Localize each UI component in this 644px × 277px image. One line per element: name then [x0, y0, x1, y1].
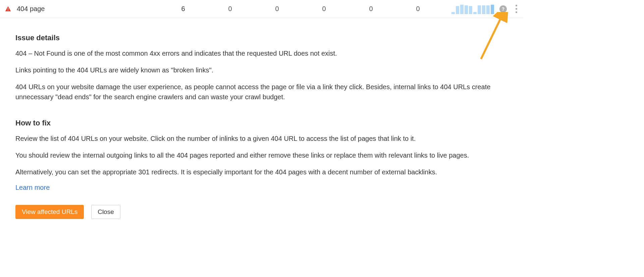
issue-header-row: 404 page 6 0 0 0 0 0 ?	[0, 0, 523, 18]
how-to-fix-title: How to fix	[15, 119, 508, 127]
count-col-5[interactable]: 0	[394, 5, 441, 13]
view-affected-urls-button[interactable]: View affected URLs	[15, 205, 84, 219]
issue-details-title: Issue details	[15, 34, 508, 42]
close-button[interactable]: Close	[91, 205, 120, 219]
how-to-fix-paragraph: You should review the internal outgoing …	[15, 150, 508, 160]
issue-details-paragraph: 404 URLs on your website damage the user…	[15, 82, 508, 102]
sparkline-bar	[491, 5, 494, 14]
count-col-4[interactable]: 0	[347, 5, 394, 13]
count-col-0[interactable]: 6	[160, 5, 207, 13]
how-to-fix-paragraph: Review the list of 404 URLs on your webs…	[15, 133, 508, 144]
count-col-1[interactable]: 0	[207, 5, 254, 13]
trend-sparkline	[451, 4, 494, 14]
count-col-2[interactable]: 0	[254, 5, 301, 13]
issue-details-content: Issue details 404 – Not Found is one of …	[0, 18, 523, 232]
count-col-3[interactable]: 0	[301, 5, 347, 13]
sparkline-bar	[451, 12, 455, 14]
sparkline-bar	[478, 5, 481, 14]
svg-rect-0	[8, 8, 8, 9]
sparkline-bar	[473, 12, 477, 14]
issue-details-paragraph: 404 – Not Found is one of the most commo…	[15, 48, 508, 58]
svg-rect-1	[8, 10, 8, 10]
learn-more-link[interactable]: Learn more	[15, 184, 50, 191]
issue-name[interactable]: 404 page	[17, 5, 45, 13]
help-icon[interactable]: ?	[499, 5, 507, 13]
issue-panel: 404 page 6 0 0 0 0 0 ? Issue details 404…	[0, 0, 523, 232]
sparkline-bar	[486, 5, 490, 14]
sparkline-bar	[460, 5, 464, 14]
how-to-fix-paragraph: Alternatively, you can set the appropria…	[15, 167, 508, 177]
sparkline-bar	[456, 6, 459, 14]
issue-counts: 6 0 0 0 0 0	[160, 5, 441, 13]
warning-icon	[5, 6, 11, 12]
sparkline-bar	[469, 6, 472, 14]
more-actions-icon[interactable]	[514, 3, 519, 15]
action-buttons: View affected URLs Close	[15, 205, 508, 219]
issue-details-paragraph: Links pointing to the 404 URLs are widel…	[15, 65, 508, 75]
sparkline-bar	[465, 5, 468, 14]
sparkline-bar	[482, 5, 485, 14]
